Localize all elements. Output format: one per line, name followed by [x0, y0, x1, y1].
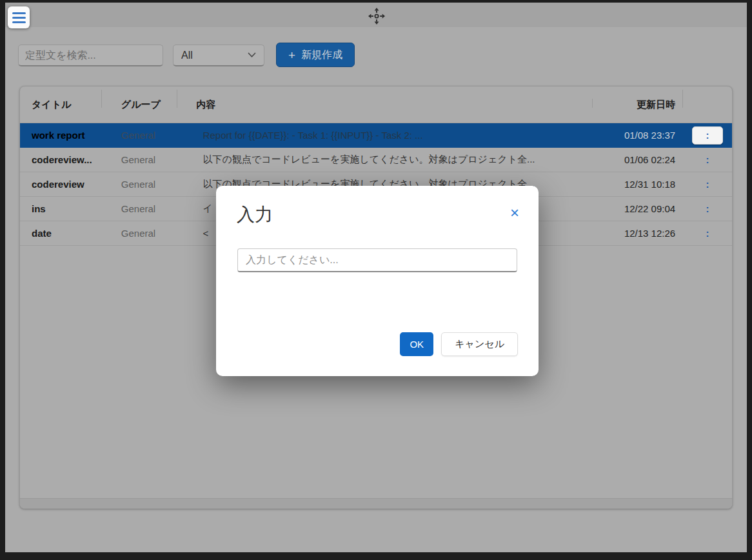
search-input[interactable] — [18, 45, 163, 66]
header-content: 内容 — [177, 99, 593, 111]
table-row[interactable]: codereview... General 以下の観点でコードレビューを実施して… — [20, 148, 732, 172]
close-icon[interactable]: × — [510, 205, 519, 221]
cancel-button[interactable]: キャンセル — [441, 332, 518, 356]
table-header-row: タイトル グループ 内容 更新日時 — [20, 86, 732, 123]
kebab-menu-icon[interactable]: : — [706, 228, 709, 238]
app-window: All + 新規作成 タイトル グループ 内容 更新日時 work report… — [5, 3, 747, 552]
header-group: グループ — [102, 99, 177, 111]
row-group: General — [102, 179, 177, 190]
row-timestamp: 12/31 10:18 — [593, 179, 683, 190]
ok-button[interactable]: OK — [400, 332, 433, 356]
hamburger-menu-icon — [12, 12, 26, 14]
row-timestamp: 12/22 09:04 — [593, 203, 683, 214]
kebab-menu-icon: : — [706, 130, 709, 140]
dialog-title: 入力 — [237, 203, 518, 227]
row-title: codereview... — [20, 154, 102, 165]
row-content: Report for {{DATE}}: - Task 1: {{INPUT}}… — [177, 130, 593, 141]
kebab-menu-icon[interactable]: : — [706, 155, 709, 165]
input-dialog: 入力 × OK キャンセル — [216, 186, 539, 376]
row-title: ins — [20, 203, 102, 214]
dialog-text-input[interactable] — [237, 248, 517, 272]
kebab-menu-icon[interactable]: : — [706, 204, 709, 214]
row-timestamp: 12/13 12:26 — [593, 228, 683, 239]
hamburger-menu-icon — [12, 17, 26, 19]
row-group: General — [102, 130, 177, 141]
row-title: codereview — [20, 179, 102, 190]
row-content: 以下の観点でコードレビューを実施してください。対象はプロジェクト全... — [177, 154, 593, 166]
create-new-label: 新規作成 — [301, 48, 342, 62]
row-title: date — [20, 228, 102, 239]
row-group: General — [102, 154, 177, 165]
group-filter-value: All — [181, 50, 193, 61]
row-group: General — [102, 228, 177, 239]
move-drag-handle-icon[interactable] — [368, 7, 386, 25]
row-timestamp: 01/06 02:24 — [593, 154, 683, 165]
table-row[interactable]: work report General Report for {{DATE}}:… — [20, 123, 732, 148]
create-new-button[interactable]: + 新規作成 — [276, 43, 355, 67]
kebab-menu-icon[interactable]: : — [706, 179, 709, 189]
row-title: work report — [20, 130, 102, 141]
row-group: General — [102, 203, 177, 214]
table-footer-strip — [20, 498, 732, 508]
header-updated: 更新日時 — [593, 99, 683, 111]
row-timestamp: 01/08 23:37 — [593, 130, 683, 141]
menu-button[interactable] — [8, 6, 30, 28]
chevron-down-icon — [248, 52, 256, 58]
row-menu-button[interactable]: : — [692, 126, 723, 145]
hamburger-menu-icon — [12, 21, 26, 23]
header-title: タイトル — [20, 99, 102, 111]
group-filter-dropdown[interactable]: All — [173, 45, 264, 66]
plus-icon: + — [288, 49, 295, 61]
